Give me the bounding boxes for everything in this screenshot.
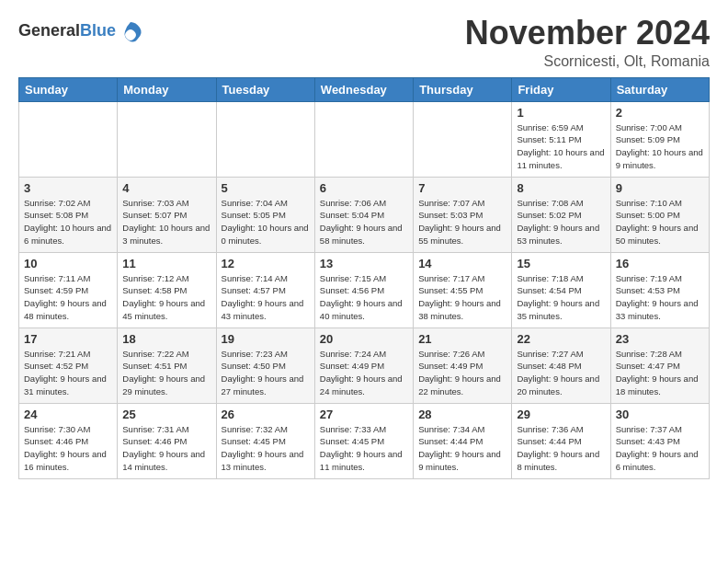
location: Scornicesti, Olt, Romania	[465, 53, 710, 70]
day-cell: 25Sunrise: 7:31 AM Sunset: 4:46 PM Dayli…	[118, 403, 216, 478]
day-info: Sunrise: 7:37 AM Sunset: 4:43 PM Dayligh…	[616, 423, 704, 474]
day-info: Sunrise: 7:23 AM Sunset: 4:50 PM Dayligh…	[222, 348, 310, 398]
day-info: Sunrise: 7:15 AM Sunset: 4:56 PM Dayligh…	[320, 272, 408, 323]
day-cell	[414, 101, 512, 177]
day-number: 3	[24, 181, 112, 195]
day-number: 16	[616, 257, 704, 270]
day-info: Sunrise: 7:28 AM Sunset: 4:47 PM Dayligh…	[616, 348, 704, 398]
day-cell: 21Sunrise: 7:26 AM Sunset: 4:49 PM Dayli…	[414, 327, 512, 403]
month-title: November 2024	[465, 15, 710, 52]
day-info: Sunrise: 7:32 AM Sunset: 4:45 PM Dayligh…	[222, 423, 310, 474]
col-header-thursday: Thursday	[414, 77, 512, 101]
day-number: 20	[320, 332, 408, 346]
day-cell: 28Sunrise: 7:34 AM Sunset: 4:44 PM Dayli…	[414, 403, 512, 478]
day-info: Sunrise: 7:08 AM Sunset: 5:02 PM Dayligh…	[517, 197, 605, 247]
day-info: Sunrise: 7:00 AM Sunset: 5:09 PM Dayligh…	[616, 121, 704, 172]
day-info: Sunrise: 7:10 AM Sunset: 5:00 PM Dayligh…	[616, 197, 704, 247]
day-number: 12	[222, 257, 310, 270]
day-cell: 14Sunrise: 7:17 AM Sunset: 4:55 PM Dayli…	[414, 252, 512, 327]
day-cell: 23Sunrise: 7:28 AM Sunset: 4:47 PM Dayli…	[610, 327, 709, 403]
day-cell: 26Sunrise: 7:32 AM Sunset: 4:45 PM Dayli…	[216, 403, 314, 478]
col-header-friday: Friday	[512, 77, 610, 101]
day-info: Sunrise: 7:11 AM Sunset: 4:59 PM Dayligh…	[24, 272, 112, 323]
day-cell: 17Sunrise: 7:21 AM Sunset: 4:52 PM Dayli…	[19, 327, 118, 403]
day-info: Sunrise: 7:12 AM Sunset: 4:58 PM Dayligh…	[122, 272, 210, 323]
day-number: 28	[418, 408, 506, 421]
day-cell: 2Sunrise: 7:00 AM Sunset: 5:09 PM Daylig…	[610, 101, 709, 177]
calendar-header-row: SundayMondayTuesdayWednesdayThursdayFrid…	[19, 77, 710, 101]
day-cell: 13Sunrise: 7:15 AM Sunset: 4:56 PM Dayli…	[314, 252, 413, 327]
day-cell: 12Sunrise: 7:14 AM Sunset: 4:57 PM Dayli…	[216, 252, 314, 327]
day-info: Sunrise: 7:26 AM Sunset: 4:49 PM Dayligh…	[418, 348, 506, 398]
day-number: 15	[517, 257, 605, 270]
day-number: 26	[222, 408, 310, 421]
week-row-1: 3Sunrise: 7:02 AM Sunset: 5:08 PM Daylig…	[19, 177, 710, 252]
day-info: Sunrise: 7:06 AM Sunset: 5:04 PM Dayligh…	[320, 197, 408, 247]
week-row-3: 17Sunrise: 7:21 AM Sunset: 4:52 PM Dayli…	[19, 327, 710, 403]
day-number: 5	[222, 181, 310, 195]
day-number: 29	[517, 408, 605, 421]
day-info: Sunrise: 7:18 AM Sunset: 4:54 PM Dayligh…	[517, 272, 605, 323]
day-number: 8	[517, 181, 605, 195]
day-cell	[216, 101, 314, 177]
day-cell: 20Sunrise: 7:24 AM Sunset: 4:49 PM Dayli…	[314, 327, 413, 403]
logo: GeneralBlue	[18, 18, 143, 44]
day-cell: 8Sunrise: 7:08 AM Sunset: 5:02 PM Daylig…	[512, 177, 610, 252]
day-info: Sunrise: 7:03 AM Sunset: 5:07 PM Dayligh…	[122, 197, 210, 247]
day-number: 7	[418, 181, 506, 195]
day-info: Sunrise: 7:34 AM Sunset: 4:44 PM Dayligh…	[418, 423, 506, 474]
header: GeneralBlue November 2024 Scornicesti, O…	[18, 15, 710, 70]
day-info: Sunrise: 6:59 AM Sunset: 5:11 PM Dayligh…	[517, 121, 605, 172]
day-number: 24	[24, 408, 112, 421]
day-cell: 29Sunrise: 7:36 AM Sunset: 4:44 PM Dayli…	[512, 403, 610, 478]
day-info: Sunrise: 7:22 AM Sunset: 4:51 PM Dayligh…	[122, 348, 210, 398]
day-info: Sunrise: 7:19 AM Sunset: 4:53 PM Dayligh…	[616, 272, 704, 323]
week-row-0: 1Sunrise: 6:59 AM Sunset: 5:11 PM Daylig…	[19, 101, 710, 177]
day-info: Sunrise: 7:07 AM Sunset: 5:03 PM Dayligh…	[418, 197, 506, 247]
day-number: 27	[320, 408, 408, 421]
day-info: Sunrise: 7:04 AM Sunset: 5:05 PM Dayligh…	[222, 197, 310, 247]
logo-icon	[118, 18, 143, 44]
page: GeneralBlue November 2024 Scornicesti, O…	[0, 0, 728, 563]
day-info: Sunrise: 7:17 AM Sunset: 4:55 PM Dayligh…	[418, 272, 506, 323]
day-cell: 22Sunrise: 7:27 AM Sunset: 4:48 PM Dayli…	[512, 327, 610, 403]
day-number: 18	[122, 332, 210, 346]
day-cell: 15Sunrise: 7:18 AM Sunset: 4:54 PM Dayli…	[512, 252, 610, 327]
day-cell: 7Sunrise: 7:07 AM Sunset: 5:03 PM Daylig…	[414, 177, 512, 252]
day-cell: 16Sunrise: 7:19 AM Sunset: 4:53 PM Dayli…	[610, 252, 709, 327]
col-header-monday: Monday	[118, 77, 216, 101]
week-row-2: 10Sunrise: 7:11 AM Sunset: 4:59 PM Dayli…	[19, 252, 710, 327]
day-info: Sunrise: 7:30 AM Sunset: 4:46 PM Dayligh…	[24, 423, 112, 474]
day-number: 6	[320, 181, 408, 195]
day-cell: 19Sunrise: 7:23 AM Sunset: 4:50 PM Dayli…	[216, 327, 314, 403]
day-number: 11	[122, 257, 210, 270]
day-cell: 10Sunrise: 7:11 AM Sunset: 4:59 PM Dayli…	[19, 252, 118, 327]
day-number: 1	[517, 106, 605, 120]
day-number: 23	[616, 332, 704, 346]
day-cell: 3Sunrise: 7:02 AM Sunset: 5:08 PM Daylig…	[19, 177, 118, 252]
day-cell: 18Sunrise: 7:22 AM Sunset: 4:51 PM Dayli…	[118, 327, 216, 403]
day-info: Sunrise: 7:33 AM Sunset: 4:45 PM Dayligh…	[320, 423, 408, 474]
day-number: 17	[24, 332, 112, 346]
day-number: 21	[418, 332, 506, 346]
logo-general-text: General	[18, 21, 80, 40]
day-info: Sunrise: 7:36 AM Sunset: 4:44 PM Dayligh…	[517, 423, 605, 474]
day-info: Sunrise: 7:02 AM Sunset: 5:08 PM Dayligh…	[24, 197, 112, 247]
logo-blue-text: Blue	[80, 21, 116, 40]
day-info: Sunrise: 7:31 AM Sunset: 4:46 PM Dayligh…	[122, 423, 210, 474]
day-cell: 1Sunrise: 6:59 AM Sunset: 5:11 PM Daylig…	[512, 101, 610, 177]
day-number: 14	[418, 257, 506, 270]
week-row-4: 24Sunrise: 7:30 AM Sunset: 4:46 PM Dayli…	[19, 403, 710, 478]
col-header-tuesday: Tuesday	[216, 77, 314, 101]
day-cell: 30Sunrise: 7:37 AM Sunset: 4:43 PM Dayli…	[610, 403, 709, 478]
title-block: November 2024 Scornicesti, Olt, Romania	[465, 15, 710, 70]
day-cell: 4Sunrise: 7:03 AM Sunset: 5:07 PM Daylig…	[118, 177, 216, 252]
col-header-wednesday: Wednesday	[314, 77, 413, 101]
day-info: Sunrise: 7:27 AM Sunset: 4:48 PM Dayligh…	[517, 348, 605, 398]
col-header-sunday: Sunday	[19, 77, 118, 101]
day-number: 19	[222, 332, 310, 346]
day-cell: 24Sunrise: 7:30 AM Sunset: 4:46 PM Dayli…	[19, 403, 118, 478]
day-number: 10	[24, 257, 112, 270]
day-number: 22	[517, 332, 605, 346]
day-number: 30	[616, 408, 704, 421]
